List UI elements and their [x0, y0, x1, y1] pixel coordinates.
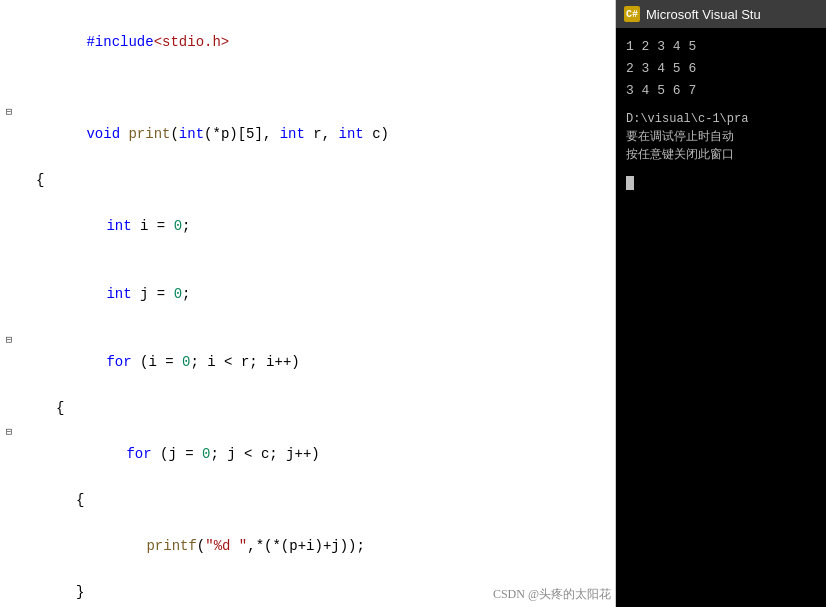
code-line-5: int i = 0;	[0, 192, 615, 260]
code-line-6: int j = 0;	[0, 260, 615, 328]
console-blank-2	[626, 164, 816, 172]
code-editor[interactable]: #include<stdio.h> ⊟ void print(int(*p)[5…	[0, 0, 616, 607]
code-line-9: ⊟ for (j = 0; j < c; j++)	[0, 420, 615, 488]
code-line-11: printf("%d ",*(*(p+i)+j));	[0, 512, 615, 580]
console-hint2: 按任意键关闭此窗口	[626, 146, 816, 164]
code-line-10: {	[0, 488, 615, 512]
console-output-line-1: 1 2 3 4 5	[626, 36, 816, 58]
code-line-2	[0, 76, 615, 100]
line-1-content: #include<stdio.h>	[32, 9, 229, 75]
console-output-line-3: 3 4 5 6 7	[626, 80, 816, 102]
console-path: D:\visual\c-1\pra	[626, 110, 816, 128]
code-line-3: ⊟ void print(int(*p)[5], int r, int c)	[0, 100, 615, 168]
code-line-4: {	[0, 168, 615, 192]
console-body: 1 2 3 4 5 2 3 4 5 6 3 4 5 6 7 D:\visual\…	[616, 28, 826, 607]
console-panel: C# Microsoft Visual Stu 1 2 3 4 5 2 3 4 …	[616, 0, 826, 607]
code-line-1: #include<stdio.h>	[0, 8, 615, 76]
console-cursor	[626, 172, 816, 194]
watermark-text: CSDN @头疼的太阳花	[493, 586, 611, 603]
console-output-line-2: 2 3 4 5 6	[626, 58, 816, 80]
code-line-7: ⊟ for (i = 0; i < r; i++)	[0, 328, 615, 396]
console-blank-1	[626, 102, 816, 110]
console-hint1: 要在调试停止时自动	[626, 128, 816, 146]
console-icon: C#	[624, 6, 640, 22]
code-line-8: {	[0, 396, 615, 420]
console-titlebar: C# Microsoft Visual Stu	[616, 0, 826, 28]
console-title: Microsoft Visual Stu	[646, 7, 761, 22]
